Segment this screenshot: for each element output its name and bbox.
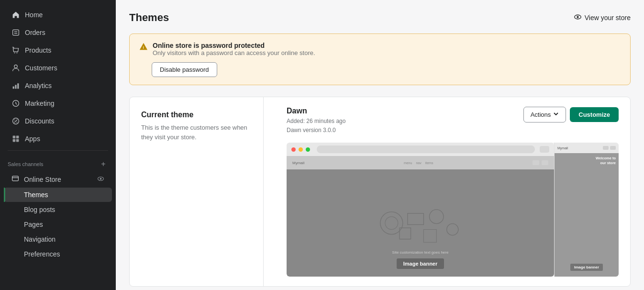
sidebar: Home Orders Products Customers Analytics xyxy=(0,0,116,290)
banner-illustration xyxy=(340,191,500,255)
page-title: Themes xyxy=(129,11,169,24)
sidebar-item-analytics[interactable]: Analytics xyxy=(4,77,112,94)
actions-button-label: Actions xyxy=(531,111,551,118)
customers-icon xyxy=(11,64,20,72)
svg-point-13 xyxy=(17,122,18,123)
svg-rect-31 xyxy=(400,228,411,239)
svg-rect-17 xyxy=(16,139,19,142)
browser-url-bar xyxy=(317,145,535,153)
sidebar-item-apps-label: Apps xyxy=(25,135,40,143)
svg-point-4 xyxy=(16,53,17,54)
main-content: Themes View your store ! Online store is… xyxy=(116,0,644,290)
current-theme-description: This is the theme customers see when the… xyxy=(141,123,252,142)
home-icon xyxy=(11,11,20,19)
theme-version-label: Dawn version 3.0.0 xyxy=(287,126,345,135)
svg-rect-6 xyxy=(13,87,14,89)
sidebar-item-navigation[interactable]: Navigation xyxy=(4,232,112,246)
theme-preview-panel: Dawn Added: 26 minutes ago Dawn version … xyxy=(275,97,630,286)
sidebar-item-preferences[interactable]: Preferences xyxy=(4,247,112,261)
orders-icon xyxy=(11,28,20,37)
svg-point-26 xyxy=(385,217,398,230)
svg-point-21 xyxy=(100,178,102,179)
alert-banner: ! Online store is password protected Onl… xyxy=(129,33,631,85)
svg-rect-29 xyxy=(423,230,436,243)
banner-label: Image banner xyxy=(397,258,444,269)
alert-description: Only visitors with a password can access… xyxy=(153,49,315,56)
theme-name: Dawn xyxy=(287,107,345,115)
sidebar-item-home-label: Home xyxy=(25,11,43,19)
svg-rect-27 xyxy=(408,213,424,224)
current-theme-section: Current theme This is the theme customer… xyxy=(129,97,631,287)
svg-point-23 xyxy=(577,16,578,18)
sidebar-item-online-store[interactable]: Online Store xyxy=(4,171,112,187)
sidebar-item-blog-posts[interactable]: Blog posts xyxy=(4,202,112,217)
sidebar-item-marketing-label: Marketing xyxy=(25,100,54,107)
svg-point-12 xyxy=(14,120,15,121)
sidebar-item-apps[interactable]: Apps xyxy=(4,130,112,147)
add-sales-channel-button[interactable]: + xyxy=(99,159,108,169)
sidebar-item-themes[interactable]: Themes xyxy=(4,188,112,202)
view-store-link[interactable]: View your store xyxy=(574,13,631,22)
sidebar-divider xyxy=(8,150,108,151)
apps-icon xyxy=(11,134,20,143)
svg-rect-8 xyxy=(17,83,19,89)
sales-channels-label: Sales channels xyxy=(8,161,44,167)
svg-rect-15 xyxy=(16,136,19,139)
current-theme-title: Current theme xyxy=(141,111,252,119)
theme-preview-small: Mymall Welcome toour store Image banner xyxy=(554,143,619,277)
svg-point-28 xyxy=(429,210,444,224)
svg-point-30 xyxy=(446,224,458,235)
preview-site-title: Mymall xyxy=(557,146,568,150)
theme-actions: Actions Customize xyxy=(523,107,619,123)
sidebar-item-discounts[interactable]: Discounts xyxy=(4,112,112,130)
sidebar-item-analytics-label: Analytics xyxy=(25,82,52,89)
sidebar-item-preferences-label: Preferences xyxy=(24,250,60,258)
chevron-down-icon xyxy=(553,111,559,118)
sidebar-item-themes-label: Themes xyxy=(24,191,48,199)
browser-top-bar xyxy=(287,143,554,156)
theme-preview-header: Dawn Added: 26 minutes ago Dawn version … xyxy=(287,107,619,135)
sidebar-item-marketing[interactable]: Marketing xyxy=(4,95,112,112)
eye-store-icon xyxy=(574,13,582,22)
theme-info-panel: Current theme This is the theme customer… xyxy=(130,97,264,286)
warning-icon: ! xyxy=(139,42,148,53)
svg-rect-0 xyxy=(13,30,19,35)
sidebar-item-customers-label: Customers xyxy=(25,64,57,72)
sidebar-item-discounts-label: Discounts xyxy=(25,117,54,125)
sidebar-item-products[interactable]: Products xyxy=(4,42,112,59)
sidebar-item-customers[interactable]: Customers xyxy=(4,59,112,77)
eye-icon[interactable] xyxy=(97,175,104,184)
svg-rect-18 xyxy=(12,176,19,181)
sidebar-item-pages[interactable]: Pages xyxy=(4,217,112,232)
sidebar-item-products-label: Products xyxy=(25,46,51,54)
site-header-mock: Mymall menu nav items xyxy=(287,156,554,169)
analytics-icon xyxy=(11,81,20,90)
alert-title: Online store is password protected xyxy=(153,42,315,49)
customize-button[interactable]: Customize xyxy=(570,107,619,122)
theme-screenshot: Mymall menu nav items xyxy=(287,143,619,277)
disable-password-button[interactable]: Disable password xyxy=(152,62,217,77)
svg-rect-16 xyxy=(13,139,16,142)
products-icon xyxy=(11,46,20,55)
svg-point-5 xyxy=(14,65,17,68)
sales-channels-section: Sales channels + xyxy=(0,154,116,171)
preview-banner-label: Image banner xyxy=(570,264,603,271)
svg-point-3 xyxy=(14,53,15,54)
online-store-icon xyxy=(11,175,19,184)
actions-button[interactable]: Actions xyxy=(523,107,566,123)
sidebar-item-navigation-label: Navigation xyxy=(24,235,56,243)
svg-rect-7 xyxy=(15,85,16,89)
sidebar-item-home[interactable]: Home xyxy=(4,6,112,23)
online-store-label: Online Store xyxy=(24,176,61,183)
theme-added-label: Added: 26 minutes ago xyxy=(287,117,345,126)
sidebar-item-blog-posts-label: Blog posts xyxy=(24,206,55,213)
view-store-label: View your store xyxy=(585,14,631,22)
page-header: Themes View your store xyxy=(129,11,631,24)
sidebar-item-orders-label: Orders xyxy=(25,29,45,36)
sidebar-item-orders[interactable]: Orders xyxy=(4,24,112,41)
svg-text:!: ! xyxy=(143,45,144,50)
sidebar-item-pages-label: Pages xyxy=(24,221,43,228)
marketing-icon xyxy=(11,99,20,108)
discounts-icon xyxy=(11,117,20,125)
svg-rect-14 xyxy=(13,136,16,139)
